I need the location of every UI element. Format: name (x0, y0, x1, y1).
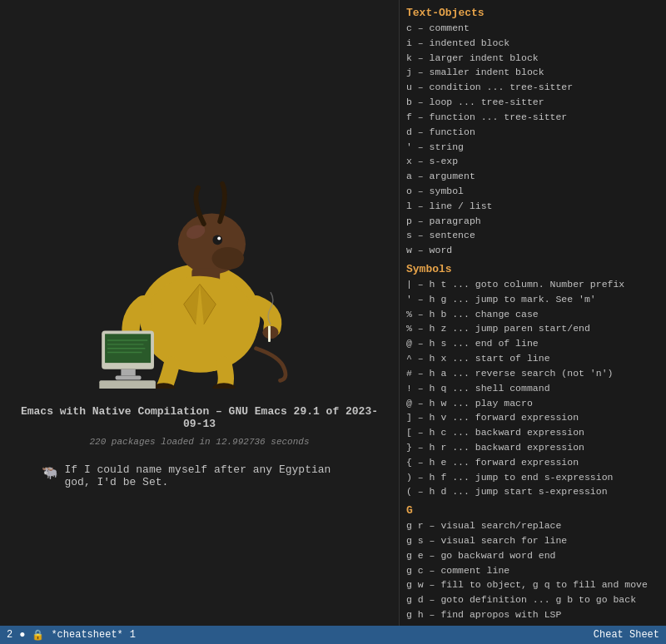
svg-rect-19 (121, 369, 135, 376)
svg-rect-21 (99, 380, 156, 389)
list-item: | – h t ... goto column. Number prefix (406, 277, 659, 292)
quote-container: 🐃 If I could name myself after any Egypt… (42, 463, 358, 488)
list-item: o – symbol (406, 184, 659, 199)
list-item: g r – visual search/replace (406, 518, 659, 533)
text-objects-title: Text-Objects (406, 7, 659, 19)
g-title: G (406, 504, 659, 517)
list-item: w – word (406, 243, 659, 258)
svg-point-7 (142, 276, 257, 373)
list-item: ) – h f ... jump to end s-expression (406, 470, 659, 485)
list-item: g c – comment line (406, 563, 659, 578)
list-item: ' – h g ... jump to mark. See 'm' (406, 292, 659, 307)
svg-point-4 (217, 237, 221, 240)
list-item: j – smaller indent block (406, 65, 659, 80)
list-item: % – h z ... jump paren start/end (406, 321, 659, 336)
emacs-title: Emacs with Native Compilation – GNU Emac… (17, 405, 382, 430)
list-item: ] – h v ... forward expression (406, 410, 659, 425)
list-item: d – function (406, 125, 659, 140)
status-num: 2 (7, 629, 12, 641)
list-item: b – loop ... tree-sitter (406, 95, 659, 110)
status-buffer[interactable]: *cheatsheet* (51, 629, 122, 641)
list-item: { – h e ... forward expression (406, 455, 659, 470)
list-item: ! – h q ... shell command (406, 381, 659, 396)
list-item: u – condition ... tree-sitter (406, 80, 659, 95)
list-item: g d – goto definition ... g b to go back (406, 592, 659, 607)
list-item: k – larger indent block (406, 51, 659, 66)
status-num2: 1 (130, 629, 136, 641)
list-item: # – h a ... reverse search (not 'n') (406, 366, 659, 381)
list-item: s – sentence (406, 228, 659, 243)
list-item: g h – find apropos with LSP (406, 607, 659, 622)
list-item: ( – h d ... jump start s-expression (406, 484, 659, 499)
text-objects-list: c – comment i – indented block k – large… (406, 21, 659, 258)
status-bar: 2 ● 🔒 *cheatsheet* 1 Cheat Sheet (0, 626, 666, 644)
quote-text: If I could name myself after any Egyptia… (65, 463, 358, 488)
list-item: f – function ... tree-sitter (406, 110, 659, 125)
list-item: g s – visual search for line (406, 533, 659, 548)
list-item: p – paragraph (406, 214, 659, 229)
list-item: l – line / list (406, 199, 659, 214)
svg-rect-10 (268, 326, 271, 330)
gnu-icon: 🐃 (42, 464, 58, 481)
list-item: % – h b ... change case (406, 307, 659, 322)
svg-rect-20 (115, 376, 141, 380)
list-item: ^ – h x ... start of line (406, 351, 659, 366)
right-panel[interactable]: Text-Objects c – comment i – indented bl… (400, 0, 666, 644)
list-item: a – argument (406, 169, 659, 184)
gnu-mascot (83, 156, 316, 389)
left-panel: Emacs with Native Compilation – GNU Emac… (0, 0, 400, 644)
list-item: [ – h c ... backward expression (406, 425, 659, 440)
packages-info: 220 packages loaded in 12.992736 seconds (89, 437, 309, 447)
svg-point-3 (212, 235, 222, 245)
symbols-list: | – h t ... goto column. Number prefix '… (406, 277, 659, 499)
list-item: @ – h w ... play macro (406, 396, 659, 411)
list-item: @ – h s ... end of line (406, 336, 659, 351)
list-item: } – h r ... backward expression (406, 440, 659, 455)
list-item: g w – fill to object, g q to fill and mo… (406, 577, 659, 592)
svg-point-2 (211, 247, 244, 270)
list-item: g e – go backward word end (406, 548, 659, 563)
list-item: i – indented block (406, 36, 659, 51)
status-lock-icon: 🔒 (32, 629, 44, 642)
list-item: ' – string (406, 140, 659, 155)
list-item: c – comment (406, 21, 659, 36)
status-dot: ● (19, 629, 25, 641)
status-right-label: Cheat Sheet (594, 629, 659, 641)
symbols-title: Symbols (406, 263, 659, 275)
list-item: x – s-exp (406, 154, 659, 169)
